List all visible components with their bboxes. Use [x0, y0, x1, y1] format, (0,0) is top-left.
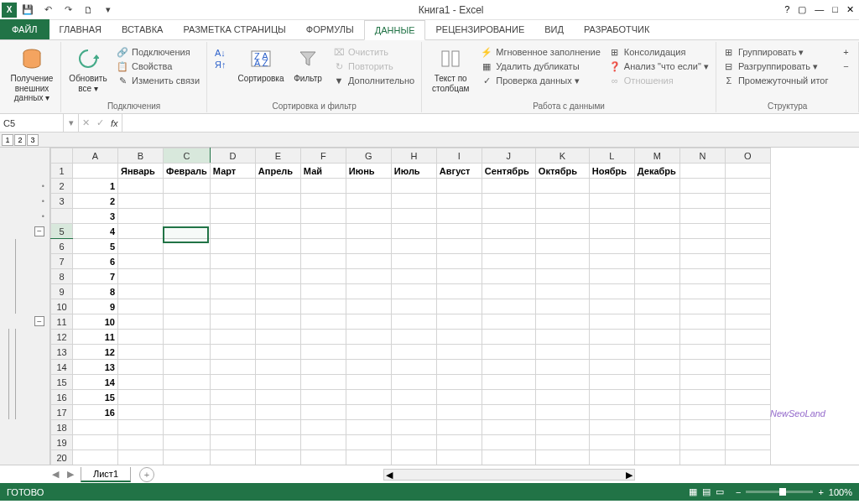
cell[interactable]: [346, 390, 391, 405]
cell[interactable]: 10: [73, 314, 118, 330]
column-header[interactable]: K: [535, 148, 589, 164]
reapply-button[interactable]: ↻Повторить: [331, 60, 416, 73]
outline-level-button[interactable]: 3: [27, 134, 39, 146]
ribbon-tab[interactable]: ГЛАВНАЯ: [49, 19, 112, 39]
flash-fill-button[interactable]: ⚡Мгновенное заполнение: [479, 45, 602, 59]
save-button[interactable]: 💾: [18, 2, 37, 18]
row-header[interactable]: 15: [51, 375, 73, 390]
cell[interactable]: [73, 450, 118, 465]
cell[interactable]: [482, 284, 535, 299]
cell[interactable]: [164, 284, 211, 299]
row-header[interactable]: 17: [51, 405, 73, 420]
cell[interactable]: [482, 239, 535, 254]
cell[interactable]: [589, 224, 634, 239]
cell[interactable]: 5: [73, 239, 118, 254]
sheet-nav-next[interactable]: ▶: [65, 469, 75, 480]
row-header[interactable]: 12: [51, 330, 73, 345]
cell[interactable]: [164, 179, 211, 194]
outline-cell[interactable]: [0, 359, 49, 374]
cell[interactable]: [346, 420, 391, 435]
cell[interactable]: [164, 330, 211, 345]
cell[interactable]: [725, 420, 770, 435]
cell[interactable]: [725, 405, 770, 420]
cell[interactable]: [255, 390, 300, 405]
cell[interactable]: [164, 194, 211, 209]
cell[interactable]: [589, 254, 634, 269]
cell[interactable]: [589, 390, 634, 405]
cell[interactable]: [391, 435, 436, 450]
cell[interactable]: [346, 179, 391, 194]
cell[interactable]: [535, 420, 589, 435]
outline-cell[interactable]: •: [0, 209, 49, 224]
outline-cell[interactable]: •: [0, 179, 49, 194]
cell[interactable]: [436, 299, 482, 314]
cell[interactable]: [634, 209, 679, 224]
cell[interactable]: [210, 314, 255, 330]
cell[interactable]: [634, 405, 679, 420]
cell[interactable]: [118, 179, 164, 194]
cell[interactable]: [118, 314, 164, 330]
row-header[interactable]: 10: [51, 299, 73, 314]
outline-cell[interactable]: [0, 254, 49, 269]
qat-dropdown[interactable]: ▾: [99, 2, 117, 18]
cell[interactable]: [679, 224, 725, 239]
cell[interactable]: [210, 405, 255, 420]
cell[interactable]: [436, 284, 482, 299]
cell[interactable]: [634, 284, 679, 299]
cell[interactable]: [118, 299, 164, 314]
cell[interactable]: [118, 194, 164, 209]
cell[interactable]: [210, 345, 255, 360]
cell[interactable]: [255, 435, 300, 450]
cell[interactable]: [118, 420, 164, 435]
cell[interactable]: [535, 239, 589, 254]
cell[interactable]: Февраль: [164, 164, 211, 179]
outline-cell[interactable]: [0, 239, 49, 254]
cell[interactable]: [346, 375, 391, 390]
cell[interactable]: [634, 435, 679, 450]
cell[interactable]: [210, 420, 255, 435]
cell[interactable]: 7: [73, 269, 118, 284]
cell[interactable]: [164, 314, 211, 330]
cell[interactable]: [118, 284, 164, 299]
outline-cell[interactable]: [0, 329, 49, 344]
column-header[interactable]: G: [346, 148, 391, 164]
row-header[interactable]: 7: [51, 254, 73, 269]
cell[interactable]: [725, 299, 770, 314]
cell[interactable]: [300, 254, 346, 269]
ribbon-tab[interactable]: ВИД: [534, 19, 574, 39]
cell[interactable]: [535, 435, 589, 450]
column-header[interactable]: D: [210, 148, 255, 164]
ribbon-options-button[interactable]: ▢: [798, 4, 806, 15]
cell[interactable]: [589, 239, 634, 254]
data-validation-button[interactable]: ✓Проверка данных ▾: [479, 74, 602, 87]
cell[interactable]: [482, 179, 535, 194]
cell[interactable]: [589, 314, 634, 330]
minimize-button[interactable]: —: [815, 4, 824, 15]
outline-level-button[interactable]: 2: [14, 134, 26, 146]
cell[interactable]: [634, 194, 679, 209]
formula-input[interactable]: [122, 114, 859, 132]
new-button[interactable]: 🗋: [79, 2, 97, 18]
cell[interactable]: [634, 330, 679, 345]
cell[interactable]: [589, 345, 634, 360]
cell[interactable]: [255, 254, 300, 269]
cell[interactable]: [210, 330, 255, 345]
cell[interactable]: [346, 224, 391, 239]
cell[interactable]: [391, 390, 436, 405]
name-box-dropdown[interactable]: ▾: [64, 114, 79, 132]
maximize-button[interactable]: □: [832, 4, 838, 15]
column-header[interactable]: C: [164, 148, 211, 164]
ribbon-tab[interactable]: РАЗМЕТКА СТРАНИЦЫ: [173, 19, 295, 39]
cell[interactable]: [391, 299, 436, 314]
cell[interactable]: [164, 299, 211, 314]
cell[interactable]: [436, 390, 482, 405]
cell[interactable]: [255, 345, 300, 360]
outline-cell[interactable]: •: [0, 194, 49, 209]
cell[interactable]: [255, 194, 300, 209]
cell[interactable]: [255, 450, 300, 465]
outline-cell[interactable]: [0, 389, 49, 404]
cell[interactable]: [725, 390, 770, 405]
cell[interactable]: [725, 314, 770, 330]
cell[interactable]: [164, 435, 211, 450]
cell[interactable]: [679, 435, 725, 450]
